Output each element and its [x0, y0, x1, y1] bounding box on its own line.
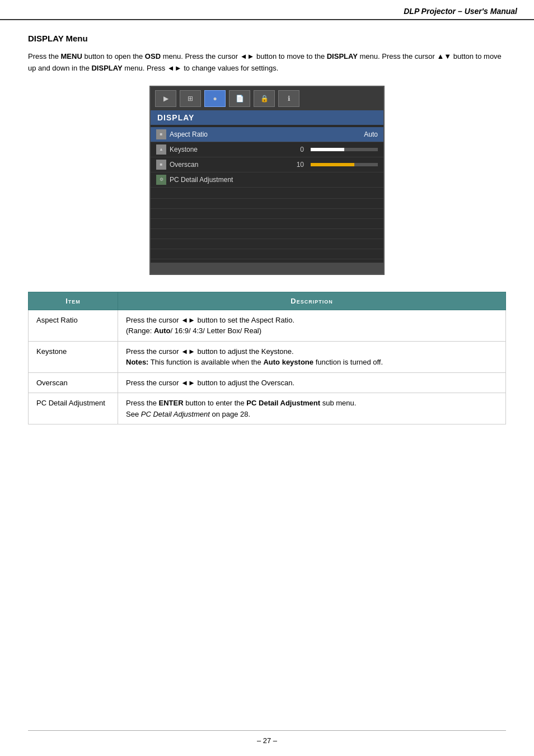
table-row: Overscan Press the cursor ◄► button to a… — [29, 372, 506, 393]
osd-empty-row-3 — [151, 209, 383, 219]
page-number: – 27 – — [257, 736, 277, 745]
osd-empty-row-4 — [151, 219, 383, 229]
table-row: Keystone Press the cursor ◄► button to a… — [29, 341, 506, 372]
table-row: Aspect Ratio Press the cursor ◄► button … — [29, 310, 506, 341]
osd-empty-row-6 — [151, 239, 383, 249]
main-content: DISPLAY Menu Press the MENU button to op… — [0, 20, 534, 436]
table-cell-desc: Press the cursor ◄► button to adjust the… — [118, 372, 506, 393]
osd-label-aspect: Aspect Ratio — [170, 130, 358, 138]
osd-tab-5[interactable]: 🔒 — [254, 90, 275, 107]
osd-tab-4[interactable]: 📄 — [229, 90, 250, 107]
table-cell-item: PC Detail Adjustment — [29, 393, 118, 424]
osd-tab-1[interactable]: ▶ — [155, 90, 176, 107]
osd-item-keystone[interactable]: ▲ Keystone 0 — [151, 142, 383, 157]
osd-tab-3[interactable]: ● — [204, 90, 226, 107]
osd-icon-aspect: ■ — [156, 129, 166, 139]
osd-icon-keystone: ▲ — [156, 144, 166, 155]
osd-header: DISPLAY — [151, 110, 383, 125]
osd-icon-pc-detail: ⚙ — [156, 175, 166, 185]
table-cell-desc: Press the cursor ◄► button to set the As… — [118, 310, 506, 341]
table-cell-item: Keystone — [29, 341, 118, 372]
osd-empty-row-7 — [151, 249, 383, 259]
osd-slider-keystone — [311, 148, 378, 151]
osd-footer — [151, 263, 383, 274]
description-table: Item Description Aspect Ratio Press the … — [28, 292, 506, 425]
osd-empty-row-2 — [151, 199, 383, 209]
section-title: DISPLAY Menu — [28, 34, 506, 43]
osd-label-overscan: Overscan — [170, 161, 293, 169]
table-cell-desc: Press the cursor ◄► button to adjust the… — [118, 341, 506, 372]
osd-value-aspect: Auto — [364, 130, 378, 138]
intro-text: Press the MENU button to open the OSD me… — [28, 51, 506, 74]
osd-slider-overscan — [311, 163, 378, 166]
page-header: DLP Projector – User's Manual — [0, 0, 534, 20]
osd-value-keystone: 0 — [300, 146, 304, 153]
osd-label-keystone: Keystone — [170, 146, 297, 153]
table-cell-desc: Press the ENTER button to enter the PC D… — [118, 393, 506, 424]
osd-empty-row-5 — [151, 229, 383, 239]
osd-item-aspect-ratio[interactable]: ■ Aspect Ratio Auto — [151, 127, 383, 142]
osd-item-pc-detail[interactable]: ⚙ PC Detail Adjustment — [151, 172, 383, 188]
osd-empty-row-1 — [151, 189, 383, 199]
table-header-item: Item — [29, 292, 118, 310]
table-header-description: Description — [118, 292, 506, 310]
osd-value-overscan: 10 — [297, 161, 304, 169]
manual-title: DLP Projector – User's Manual — [404, 7, 517, 16]
page-footer: – 27 – — [28, 730, 506, 745]
osd-label-pc-detail: PC Detail Adjustment — [170, 176, 378, 184]
table-cell-item: Overscan — [29, 372, 118, 393]
osd-tab-6[interactable]: ℹ — [278, 90, 299, 107]
osd-item-overscan[interactable]: ■ Overscan 10 — [151, 157, 383, 172]
table-row: PC Detail Adjustment Press the ENTER but… — [29, 393, 506, 424]
osd-menu: ▶ ⊞ ● 📄 🔒 ℹ DISPLAY ■ Aspect Ratio Auto … — [149, 86, 385, 275]
osd-tabs: ▶ ⊞ ● 📄 🔒 ℹ — [151, 87, 383, 110]
osd-menu-items: ■ Aspect Ratio Auto ▲ Keystone 0 ■ Overs… — [151, 125, 383, 263]
osd-icon-overscan: ■ — [156, 160, 166, 170]
osd-empty-rows — [151, 188, 383, 260]
table-cell-item: Aspect Ratio — [29, 310, 118, 341]
osd-tab-2[interactable]: ⊞ — [180, 90, 201, 107]
